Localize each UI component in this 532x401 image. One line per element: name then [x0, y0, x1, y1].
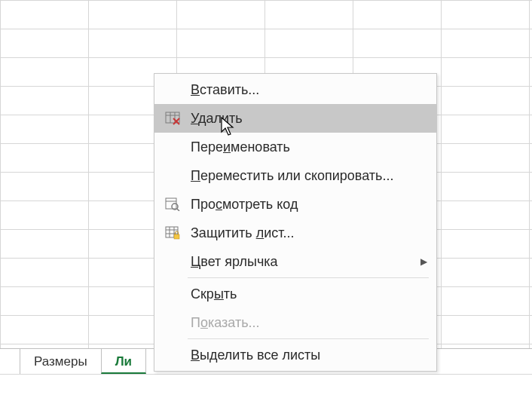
svg-line-9 — [177, 209, 179, 211]
submenu-arrow-icon: ▶ — [420, 256, 427, 267]
sheet-tab-1[interactable]: Размеры — [20, 348, 102, 374]
tab-spacer — [0, 349, 20, 374]
menu-select-all-label: Выделить все листы — [183, 347, 427, 363]
menu-select-all-sheets[interactable]: Выделить все листы — [154, 341, 436, 369]
menu-hide-label: Скрыть — [183, 286, 427, 302]
menu-separator — [188, 338, 429, 339]
sheet-tab-2-active[interactable]: Ли — [101, 348, 146, 374]
menu-rename-label: Переименовать — [183, 139, 427, 155]
sheet-tab-label: Размеры — [34, 354, 87, 369]
menu-protect-sheet[interactable]: Защитить лист... — [154, 219, 436, 247]
menu-show-label: Показать... — [183, 315, 427, 331]
menu-move-label: Переместить или скопировать... — [183, 168, 427, 184]
status-bar — [0, 374, 532, 401]
menu-rename[interactable]: Переименовать — [154, 133, 436, 161]
menu-tab-color-label: Цвет ярлычка — [183, 254, 420, 270]
menu-separator — [188, 277, 429, 278]
delete-sheet-icon — [162, 112, 183, 125]
menu-hide[interactable]: Скрыть — [154, 280, 436, 308]
menu-view-code[interactable]: Просмотреть код — [154, 190, 436, 219]
menu-delete-label: Удалить — [183, 111, 427, 127]
menu-view-code-label: Просмотреть код — [183, 197, 427, 213]
svg-rect-15 — [174, 234, 179, 239]
protect-sheet-icon — [162, 226, 183, 240]
menu-delete[interactable]: Удалить — [154, 104, 436, 133]
menu-insert[interactable]: Вставить... — [154, 75, 436, 104]
view-code-icon — [162, 197, 183, 211]
menu-show: Показать... — [154, 308, 436, 337]
menu-tab-color[interactable]: Цвет ярлычка ▶ — [154, 247, 436, 276]
menu-insert-label: Вставить... — [183, 82, 427, 98]
menu-protect-label: Защитить лист... — [183, 225, 427, 241]
menu-move-copy[interactable]: Переместить или скопировать... — [154, 161, 436, 190]
sheet-tab-label: Ли — [115, 354, 132, 369]
sheet-context-menu: Вставить... Удалить Переименовать Переме… — [154, 73, 437, 372]
